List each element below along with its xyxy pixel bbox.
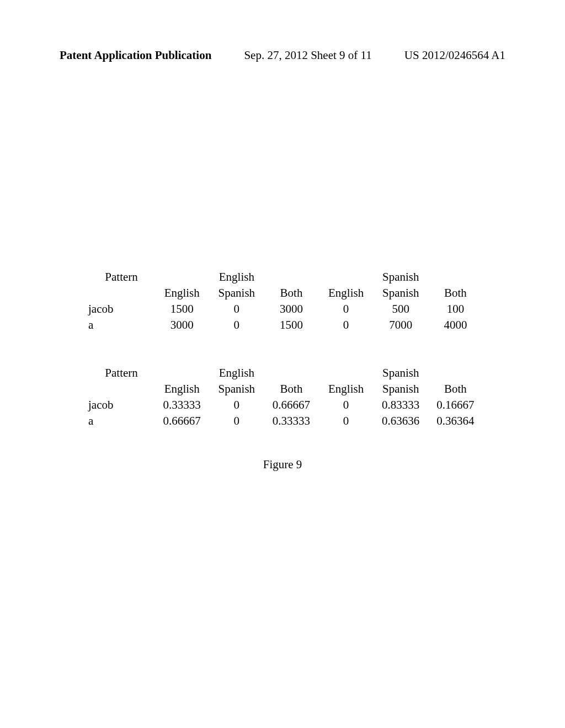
cell-value: 0.33333 (264, 413, 318, 429)
cell-value: 1500 (264, 317, 318, 333)
figure-caption: Figure 9 (0, 458, 565, 472)
cell-value: 100 (428, 301, 483, 317)
cell-pattern: jacob (88, 397, 154, 413)
data-table-2: Pattern English Spanish English Spanish … (88, 365, 483, 429)
table-row: a 3000 0 1500 0 7000 4000 (88, 317, 483, 333)
cell-value: 0.33333 (154, 397, 209, 413)
cell-value: 0.66667 (264, 397, 318, 413)
cell-value: 3000 (264, 301, 318, 317)
cell-value: 0 (319, 301, 374, 317)
col-group-english: English (209, 269, 264, 285)
cell-pattern: jacob (88, 301, 154, 317)
cell-value: 1500 (154, 301, 209, 317)
cell-value: 0 (319, 397, 374, 413)
cell-pattern: a (88, 317, 154, 333)
cell-value: 0.36364 (428, 413, 483, 429)
col-header: Spanish (374, 285, 428, 301)
cell-value: 0 (209, 301, 264, 317)
table-row: English Spanish Both English Spanish Bot… (88, 285, 483, 301)
col-header: English (319, 285, 374, 301)
cell-value: 0 (209, 397, 264, 413)
cell-value: 0 (209, 413, 264, 429)
col-header: Spanish (209, 285, 264, 301)
col-header: Both (428, 381, 483, 397)
table-row: jacob 1500 0 3000 0 500 100 (88, 301, 483, 317)
cell-value: 0.66667 (154, 413, 209, 429)
table-row: jacob 0.33333 0 0.66667 0 0.83333 0.1666… (88, 397, 483, 413)
tables-container: Pattern English Spanish English Spanish … (88, 269, 483, 429)
table-row: Pattern English Spanish (88, 269, 483, 285)
table-row: Pattern English Spanish (88, 365, 483, 381)
col-header: Both (428, 285, 483, 301)
cell-value: 0.16667 (428, 397, 483, 413)
col-header: Spanish (374, 381, 428, 397)
col-header: English (154, 381, 209, 397)
col-header-pattern: Pattern (88, 365, 154, 381)
table-row: English Spanish Both English Spanish Bot… (88, 381, 483, 397)
page: Patent Application Publication Sep. 27, … (0, 0, 565, 728)
cell-value: 0.83333 (374, 397, 428, 413)
col-header: Spanish (209, 381, 264, 397)
spacer (88, 333, 483, 365)
cell-value: 0.63636 (374, 413, 428, 429)
cell-value: 4000 (428, 317, 483, 333)
table-row: a 0.66667 0 0.33333 0 0.63636 0.36364 (88, 413, 483, 429)
cell-value: 7000 (374, 317, 428, 333)
col-group-spanish: Spanish (374, 269, 428, 285)
data-table-1: Pattern English Spanish English Spanish … (88, 269, 483, 333)
header-right: US 2012/0246564 A1 (404, 49, 505, 62)
header-center: Sep. 27, 2012 Sheet 9 of 11 (211, 49, 404, 62)
col-header: English (319, 381, 374, 397)
col-header: English (154, 285, 209, 301)
col-group-spanish: Spanish (374, 365, 428, 381)
cell-value: 500 (374, 301, 428, 317)
cell-value: 0 (319, 317, 374, 333)
col-group-english: English (209, 365, 264, 381)
page-header: Patent Application Publication Sep. 27, … (60, 49, 505, 62)
cell-value: 0 (209, 317, 264, 333)
col-header-pattern: Pattern (88, 269, 154, 285)
cell-value: 3000 (154, 317, 209, 333)
col-header: Both (264, 381, 318, 397)
cell-pattern: a (88, 413, 154, 429)
cell-value: 0 (319, 413, 374, 429)
col-header: Both (264, 285, 318, 301)
header-left: Patent Application Publication (60, 49, 211, 62)
